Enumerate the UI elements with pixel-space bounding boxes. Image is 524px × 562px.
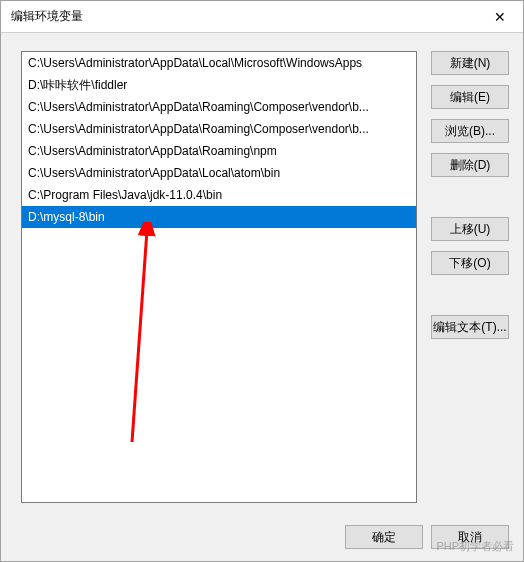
ok-button[interactable]: 确定 <box>345 525 423 549</box>
close-icon: ✕ <box>494 9 506 25</box>
button-column: 新建(N) 编辑(E) 浏览(B)... 删除(D) 上移(U) 下移(O) 编… <box>431 51 509 503</box>
dialog-footer: 确定 取消 <box>1 513 523 561</box>
list-item[interactable]: C:\Users\Administrator\AppData\Local\ato… <box>22 162 416 184</box>
annotation-arrow-icon <box>102 222 162 452</box>
edit-button[interactable]: 编辑(E) <box>431 85 509 109</box>
move-up-button[interactable]: 上移(U) <box>431 217 509 241</box>
delete-button[interactable]: 删除(D) <box>431 153 509 177</box>
list-item[interactable]: C:\Program Files\Java\jdk-11.0.4\bin <box>22 184 416 206</box>
list-item[interactable]: D:\mysql-8\bin <box>22 206 416 228</box>
list-item[interactable]: C:\Users\Administrator\AppData\Roaming\C… <box>22 96 416 118</box>
titlebar: 编辑环境变量 ✕ <box>1 1 523 33</box>
dialog-title: 编辑环境变量 <box>11 8 477 25</box>
browse-button[interactable]: 浏览(B)... <box>431 119 509 143</box>
new-button[interactable]: 新建(N) <box>431 51 509 75</box>
list-item[interactable]: C:\Users\Administrator\AppData\Roaming\n… <box>22 140 416 162</box>
dialog-content: C:\Users\Administrator\AppData\Local\Mic… <box>1 33 523 513</box>
move-down-button[interactable]: 下移(O) <box>431 251 509 275</box>
svg-line-0 <box>132 230 147 442</box>
cancel-button[interactable]: 取消 <box>431 525 509 549</box>
list-item[interactable]: C:\Users\Administrator\AppData\Local\Mic… <box>22 52 416 74</box>
close-button[interactable]: ✕ <box>477 1 523 33</box>
edit-text-button[interactable]: 编辑文本(T)... <box>431 315 509 339</box>
env-var-dialog: 编辑环境变量 ✕ C:\Users\Administrator\AppData\… <box>0 0 524 562</box>
list-item[interactable]: D:\咔咔软件\fiddler <box>22 74 416 96</box>
path-listbox[interactable]: C:\Users\Administrator\AppData\Local\Mic… <box>21 51 417 503</box>
list-item[interactable]: C:\Users\Administrator\AppData\Roaming\C… <box>22 118 416 140</box>
